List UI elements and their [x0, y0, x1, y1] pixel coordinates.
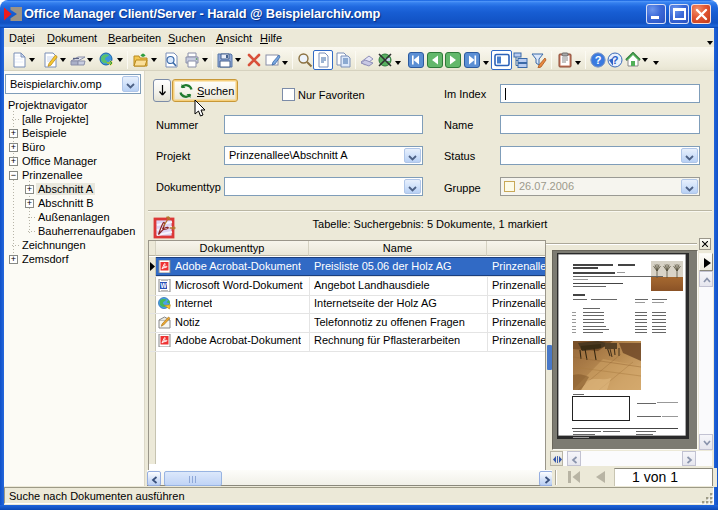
svg-text:W: W	[160, 282, 167, 289]
svg-text:?: ?	[595, 54, 602, 66]
